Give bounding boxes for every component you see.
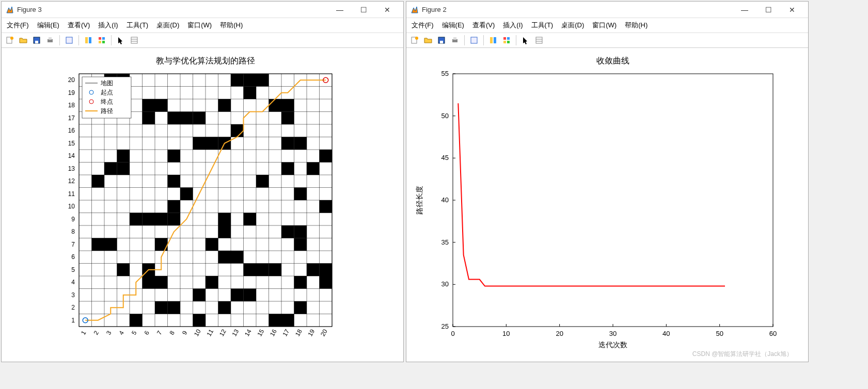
- svg-rect-84: [155, 301, 168, 314]
- menu-view[interactable]: 查看(V): [65, 20, 93, 31]
- svg-rect-198: [507, 41, 510, 43]
- menu-view[interactable]: 查看(V): [469, 20, 498, 31]
- svg-text:5: 5: [130, 329, 138, 336]
- svg-text:50: 50: [441, 112, 449, 120]
- svg-text:收敛曲线: 收敛曲线: [596, 56, 629, 65]
- svg-rect-30: [180, 112, 193, 125]
- svg-rect-32: [281, 112, 294, 125]
- svg-rect-12: [102, 41, 105, 43]
- menu-tools[interactable]: 工具(T): [528, 20, 557, 31]
- svg-rect-71: [244, 264, 257, 277]
- menu-file[interactable]: 文件(F): [4, 20, 32, 31]
- separator: [111, 35, 112, 45]
- menu-window[interactable]: 窗口(W): [184, 20, 215, 31]
- svg-rect-47: [168, 175, 181, 188]
- print-icon[interactable]: [44, 34, 56, 46]
- svg-rect-23: [143, 99, 155, 112]
- menu-edit[interactable]: 编辑(E): [34, 20, 62, 31]
- menubar: 文件(F) 编辑(E) 查看(V) 插入(I) 工具(T) 桌面(D) 窗口(W…: [2, 18, 403, 33]
- svg-rect-78: [206, 276, 218, 289]
- separator: [464, 35, 465, 45]
- svg-text:8: 8: [71, 228, 75, 235]
- svg-rect-13: [131, 37, 137, 43]
- svg-rect-19: [231, 74, 244, 87]
- minimize-button[interactable]: —: [328, 2, 352, 18]
- svg-text:13: 13: [230, 328, 240, 337]
- separator: [59, 35, 60, 45]
- separator: [483, 35, 484, 45]
- svg-rect-61: [294, 225, 307, 238]
- separator: [78, 35, 79, 45]
- svg-text:起点: 起点: [101, 89, 113, 96]
- new-icon[interactable]: [4, 34, 16, 46]
- toolbar: [406, 33, 808, 48]
- svg-text:1: 1: [80, 329, 88, 336]
- svg-rect-3: [35, 41, 38, 43]
- svg-rect-189: [440, 41, 443, 43]
- svg-text:4: 4: [118, 329, 126, 336]
- menu-desktop[interactable]: 桌面(D): [153, 20, 182, 31]
- svg-rect-9: [99, 37, 101, 40]
- maximize-button[interactable]: ☐: [756, 2, 780, 18]
- print-preview-icon[interactable]: [468, 34, 480, 46]
- figure-3-window: Figure 3 — ☐ ✕ 文件(F) 编辑(E) 查看(V) 插入(I) 工…: [1, 1, 404, 362]
- menu-help[interactable]: 帮助(H): [622, 20, 651, 31]
- new-icon[interactable]: [408, 34, 421, 46]
- menu-tools[interactable]: 工具(T): [123, 20, 152, 31]
- save-icon[interactable]: [435, 34, 448, 46]
- close-button[interactable]: ✕: [375, 2, 399, 18]
- svg-rect-81: [193, 289, 206, 302]
- svg-rect-85: [168, 301, 181, 314]
- menu-window[interactable]: 窗口(W): [589, 20, 620, 31]
- svg-text:3: 3: [71, 291, 75, 299]
- svg-rect-68: [231, 251, 244, 264]
- minimize-button[interactable]: —: [733, 2, 756, 18]
- print-preview-icon[interactable]: [63, 34, 75, 46]
- svg-rect-72: [256, 264, 269, 277]
- svg-rect-29: [168, 112, 181, 125]
- inspector-icon[interactable]: [533, 34, 545, 46]
- maximize-button[interactable]: ☐: [352, 2, 375, 18]
- svg-rect-44: [281, 163, 294, 175]
- svg-text:14: 14: [68, 152, 75, 159]
- svg-text:15: 15: [68, 140, 75, 147]
- dock-icon[interactable]: [82, 34, 94, 46]
- open-icon[interactable]: [422, 34, 434, 46]
- menu-insert[interactable]: 插入(I): [95, 20, 121, 31]
- svg-text:30: 30: [441, 280, 449, 288]
- cursor-icon[interactable]: [115, 34, 127, 46]
- tile-icon[interactable]: [500, 34, 513, 46]
- menu-help[interactable]: 帮助(H): [217, 20, 246, 31]
- svg-rect-80: [320, 276, 333, 289]
- inspector-icon[interactable]: [128, 34, 140, 46]
- svg-rect-55: [155, 213, 168, 226]
- tile-icon[interactable]: [96, 34, 108, 46]
- menu-file[interactable]: 文件(F): [408, 20, 437, 31]
- open-icon[interactable]: [17, 34, 29, 46]
- svg-rect-24: [155, 99, 168, 112]
- svg-rect-69: [117, 264, 130, 277]
- svg-rect-195: [503, 37, 506, 40]
- svg-text:地图: 地图: [100, 79, 113, 87]
- print-icon[interactable]: [449, 34, 461, 46]
- svg-text:20: 20: [319, 328, 329, 337]
- menu-insert[interactable]: 插入(I): [500, 20, 526, 31]
- svg-rect-5: [49, 37, 52, 40]
- svg-rect-33: [231, 124, 244, 137]
- menu-desktop[interactable]: 桌面(D): [558, 20, 587, 31]
- menu-edit[interactable]: 编辑(E): [439, 20, 467, 31]
- dock-icon[interactable]: [487, 34, 499, 46]
- svg-text:路径长度: 路径长度: [415, 186, 423, 215]
- save-icon[interactable]: [30, 34, 43, 46]
- close-button[interactable]: ✕: [780, 2, 804, 18]
- svg-text:19: 19: [306, 328, 316, 337]
- svg-rect-83: [244, 289, 257, 302]
- svg-text:12: 12: [68, 177, 75, 185]
- svg-rect-203: [453, 74, 773, 327]
- svg-rect-82: [231, 289, 244, 302]
- svg-text:18: 18: [68, 102, 75, 109]
- svg-text:55: 55: [441, 70, 449, 77]
- toolbar: [2, 33, 403, 48]
- cursor-icon[interactable]: [519, 34, 532, 46]
- svg-text:20: 20: [556, 330, 563, 337]
